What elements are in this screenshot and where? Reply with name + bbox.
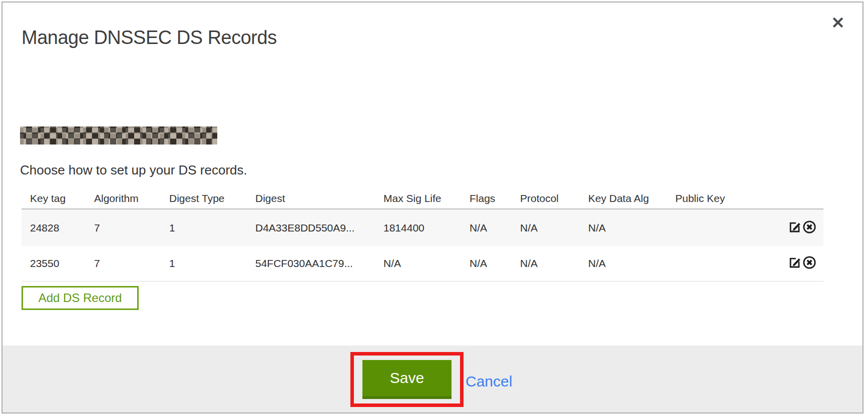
- cell-algorithm: 7: [94, 209, 169, 246]
- col-header-digest: Digest: [255, 188, 383, 209]
- cancel-link[interactable]: Cancel: [466, 373, 512, 390]
- cell-algorithm: 7: [94, 246, 169, 281]
- cell-digest: D4A33E8DD550A9...: [255, 209, 383, 246]
- cell-digest-type: 1: [169, 246, 255, 281]
- cell-protocol: N/A: [520, 209, 588, 246]
- edit-pencil-square-icon: [788, 264, 802, 271]
- close-x-icon: [830, 24, 845, 32]
- col-header-algorithm: Algorithm: [94, 188, 169, 209]
- table-row: 23550 7 1 54FCF030AA1C79... N/A N/A N/A …: [22, 246, 823, 281]
- cell-public-key: [675, 246, 767, 281]
- cell-digest: 54FCF030AA1C79...: [255, 246, 383, 281]
- col-header-public-key: Public Key: [675, 188, 767, 209]
- dialog-footer: Save Cancel: [3, 346, 862, 412]
- cell-max-sig-life: N/A: [383, 246, 470, 281]
- col-header-actions: [767, 188, 823, 209]
- col-header-flags: Flags: [470, 188, 520, 209]
- redacted-domain-name: [20, 126, 217, 144]
- edit-record-button[interactable]: [788, 220, 802, 236]
- col-header-protocol: Protocol: [520, 188, 588, 209]
- row-actions: [767, 246, 823, 281]
- ds-records-table: Key tag Algorithm Digest Type Digest Max…: [22, 188, 823, 282]
- dialog-title: Manage DNSSEC DS Records: [22, 27, 277, 48]
- circle-x-icon: [802, 228, 816, 236]
- close-button[interactable]: [829, 14, 846, 32]
- delete-record-button[interactable]: [802, 220, 816, 236]
- table-header-row: Key tag Algorithm Digest Type Digest Max…: [22, 188, 823, 209]
- col-header-max-sig-life: Max Sig Life: [383, 188, 470, 209]
- col-header-key-data-alg: Key Data Alg: [588, 188, 675, 209]
- table-row: 24828 7 1 D4A33E8DD550A9... 1814400 N/A …: [22, 209, 823, 246]
- cell-protocol: N/A: [520, 246, 588, 281]
- cell-key-tag: 24828: [22, 209, 94, 246]
- circle-x-icon: [802, 264, 816, 271]
- manage-dnssec-ds-records-dialog: Manage DNSSEC DS Records Choose how to s…: [2, 2, 863, 414]
- cell-flags: N/A: [470, 246, 520, 281]
- row-actions: [767, 209, 823, 246]
- save-button[interactable]: Save: [362, 360, 452, 399]
- col-header-digest-type: Digest Type: [169, 188, 255, 209]
- cell-public-key: [675, 209, 767, 246]
- add-ds-record-button[interactable]: Add DS Record: [22, 286, 139, 310]
- red-highlight-annotation: Save: [350, 352, 464, 407]
- col-header-key-tag: Key tag: [22, 188, 94, 209]
- edit-pencil-square-icon: [788, 228, 802, 236]
- delete-record-button[interactable]: [802, 256, 816, 271]
- cell-key-data-alg: N/A: [588, 209, 675, 246]
- cell-max-sig-life: 1814400: [383, 209, 470, 246]
- cell-digest-type: 1: [169, 209, 255, 246]
- instruction-text: Choose how to set up your DS records.: [20, 162, 247, 178]
- cell-key-data-alg: N/A: [588, 246, 675, 281]
- cell-key-tag: 23550: [22, 246, 94, 281]
- cell-flags: N/A: [470, 209, 520, 246]
- edit-record-button[interactable]: [788, 256, 802, 271]
